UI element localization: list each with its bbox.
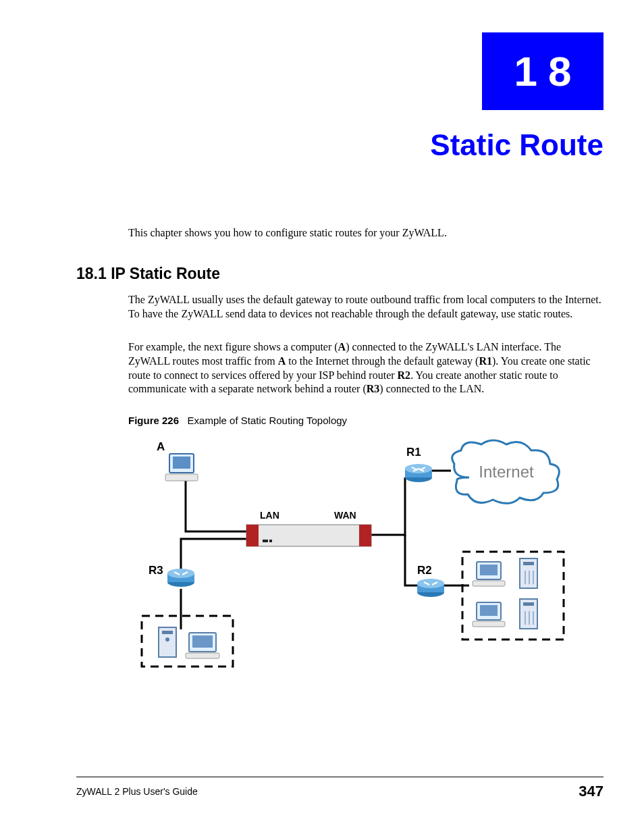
label-lan: LAN — [260, 510, 279, 521]
svg-rect-34 — [480, 605, 498, 616]
label-r3: R3 — [149, 564, 163, 577]
footer-title: ZyWALL 2 Plus User's Guide — [76, 786, 198, 797]
svg-rect-26 — [480, 565, 498, 575]
section-paragraph-1: The ZyWALL usually uses the default gate… — [128, 293, 603, 321]
router-r3-icon — [167, 569, 194, 587]
svg-rect-22 — [192, 635, 213, 648]
section-heading: 18.1 IP Static Route — [76, 265, 220, 283]
svg-rect-23 — [186, 653, 219, 658]
chapter-title: Static Route — [430, 128, 603, 162]
svg-rect-6 — [263, 540, 268, 542]
svg-rect-5 — [359, 525, 371, 546]
section-paragraph-2: For example, the next figure shows a com… — [128, 340, 603, 396]
internet-label: Internet — [479, 463, 534, 481]
computer-a-icon — [165, 454, 198, 481]
label-a: A — [157, 440, 165, 454]
svg-rect-2 — [165, 474, 198, 481]
chapter-number-badge: 18 — [482, 32, 603, 110]
figure-diagram: Internet — [128, 434, 574, 677]
svg-rect-37 — [523, 602, 534, 606]
svg-point-20 — [165, 637, 169, 642]
svg-point-16 — [167, 569, 194, 578]
svg-rect-1 — [173, 457, 190, 469]
label-r1: R1 — [406, 446, 421, 459]
svg-rect-4 — [246, 525, 259, 546]
label-wan: WAN — [334, 510, 356, 521]
svg-rect-7 — [269, 540, 272, 542]
label-r2: R2 — [417, 564, 432, 577]
svg-rect-29 — [523, 562, 534, 565]
svg-rect-19 — [162, 631, 173, 634]
svg-point-13 — [417, 579, 444, 588]
network-r2-icon — [462, 552, 564, 640]
svg-rect-35 — [473, 621, 505, 627]
internet-cloud-icon: Internet — [452, 440, 560, 503]
router-r2-icon — [417, 579, 444, 597]
firewall-device-icon — [246, 525, 371, 546]
chapter-number: 18 — [504, 47, 583, 95]
svg-rect-27 — [473, 581, 505, 586]
svg-rect-3 — [246, 525, 371, 546]
footer-page-number: 347 — [579, 783, 603, 800]
chapter-intro: This chapter shows you how to configure … — [128, 227, 603, 239]
network-r3-icon — [142, 616, 233, 667]
svg-rect-17 — [142, 616, 233, 667]
page-footer: ZyWALL 2 Plus User's Guide 347 — [76, 777, 603, 800]
router-r1-icon — [405, 464, 432, 482]
figure-caption: Figure 226 Example of Static Routing Top… — [128, 415, 347, 426]
